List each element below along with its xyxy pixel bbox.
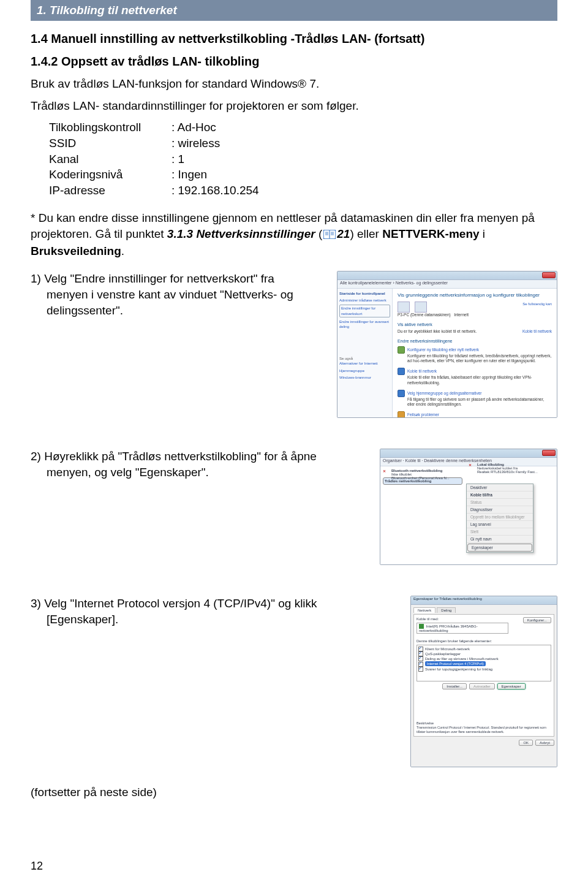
setting-label: IP-adresse (49, 183, 172, 199)
sidebar-link[interactable]: Endre innstillinger for avansert deling (339, 319, 390, 330)
component-item-tcpip4[interactable]: Internet Protocol versjon 4 (TCP/IPv4) (418, 661, 549, 666)
opt-link[interactable]: Feilsøk problemer (407, 412, 439, 417)
subsection-title-1: 1.4 Manuell innstilling av nettverkstilk… (31, 32, 557, 46)
component-item[interactable]: QoS-pakkeplanlegger (418, 651, 549, 656)
adapter-name: Trådløs nettverkstilkobling (385, 479, 431, 483)
internet-label: Internett (454, 313, 469, 317)
dialog-title: Egenskaper for Trådløs nettverkstilkobli… (411, 597, 482, 601)
opt-link[interactable]: Velg hjemmegruppe og delingsalternativer (407, 390, 481, 395)
ref-menu: NETTVERK-meny (382, 227, 479, 240)
screenshot-adapter-properties: Egenskaper for Trådløs nettverkstilkobli… (410, 596, 557, 767)
configure-button[interactable]: Konfigurer... (523, 617, 551, 623)
panel-title: Vis grunnleggende nettverksinformasjon o… (398, 292, 552, 299)
opt-link[interactable]: Koble til nettverk (407, 369, 437, 373)
note-text: ( (315, 227, 323, 240)
disabled-icon: ✕ (383, 469, 389, 475)
menu-item-shortcut[interactable]: Lag snarvei (467, 521, 533, 528)
setting-label: Kanal (49, 151, 172, 167)
opt-desc: Koble til eller fra trådløs, kabelbasert… (407, 375, 552, 386)
description-text: Transmission Control Protocol / Internet… (417, 726, 551, 734)
setting-value: : 192.168.10.254 (172, 183, 259, 199)
adapter-icon (419, 624, 424, 629)
properties-panel: Konfigurer... Koble til med: Intel(R) PR… (413, 614, 554, 737)
menu-item-status: Status (467, 499, 533, 506)
sidebar: Startside for kontrollpanel Administrer … (337, 289, 393, 417)
note-text: . (121, 245, 124, 257)
close-icon[interactable] (542, 450, 556, 456)
page-number: 12 (31, 860, 43, 873)
main-panel: Vis grunnleggende nettverksinformasjon o… (393, 289, 557, 417)
ref-section: 3.1.3 Nettverksinnstillinger (167, 227, 315, 240)
ref-guide: Bruksveiledning (31, 245, 121, 257)
sidebar-link[interactable]: Windows-brannmur (339, 375, 390, 380)
computer-icon (398, 302, 410, 313)
change-settings-header: Endre nettverksinnstillingene (398, 338, 552, 344)
step-2: 2) Høyreklikk på "Trådløs nettverkstilko… (31, 449, 557, 565)
checkbox-icon[interactable] (418, 667, 423, 672)
subsection-title-2: 1.4.2 Oppsett av trådløs LAN- tilkobling (31, 55, 557, 69)
screenshot-network-sharing-center: Alle kontrollpanelelementer › Nettverks-… (337, 271, 557, 418)
footnote: * Du kan endre disse innstillingene gjen… (31, 210, 557, 259)
setting-value: : wireless (172, 135, 220, 151)
sidebar-link[interactable]: Alternativer for Internett (339, 361, 390, 366)
continues-note: (fortsetter på neste side) (31, 786, 557, 799)
disabled-icon: ✕ (469, 463, 475, 469)
note-text: ) eller (350, 227, 382, 240)
setting-value: : Ingen (172, 167, 207, 183)
active-networks-text: Du er for øyeblikket ikke koblet til et … (398, 329, 477, 333)
menu-item-delete: Slett (467, 528, 533, 536)
sidebar-link[interactable]: Administrer trådløse nettverk (339, 298, 390, 303)
tab-sharing[interactable]: Deling (437, 607, 456, 613)
internet-icon (415, 302, 427, 313)
properties-button[interactable]: Egenskaper (497, 683, 526, 689)
component-item[interactable]: Deling av filer og skrivere i Microsoft-… (418, 656, 549, 661)
troubleshoot-icon (398, 411, 405, 418)
uses-items-label: Denne tilkoblingen bruker følgende eleme… (417, 639, 551, 643)
menu-item-bridge: Opprett bro mellom tilkoblinger (467, 514, 533, 521)
connect-link[interactable]: Koble til nettverk (522, 329, 552, 335)
step-1: 1) Velg "Endre innstillinger for nettver… (31, 271, 557, 418)
step-line: 3) Velg "Internet Protocol versjon 4 (TC… (31, 597, 317, 610)
tab-network[interactable]: Nettverk (413, 607, 435, 613)
adapter-item[interactable]: ✕ Lokal tilkoblingNettverkskabel koblet … (469, 463, 554, 474)
component-item[interactable]: Svarer for topologigjenkjenning for link… (418, 667, 549, 672)
step-line: menyen i venstre kant av vinduet "Nettve… (31, 287, 325, 318)
breadcrumb-bar: Alle kontrollpanelelementer › Nettverks-… (337, 280, 557, 289)
setting-label: Koderingsnivå (49, 167, 172, 183)
setting-label: Tilkoblingskontroll (49, 120, 172, 135)
link-full-map[interactable]: Se fullstendig kart (522, 302, 552, 306)
section-header: 1. Tilkobling til nettverket (31, 0, 557, 21)
step-3: 3) Velg "Internet Protocol versjon 4 (TC… (31, 596, 557, 767)
menu-item-disable[interactable]: Deaktiver (467, 484, 533, 491)
step-line: 1) Velg "Endre innstillinger for nettver… (31, 272, 274, 285)
setting-value: : Ad-Hoc (172, 120, 216, 135)
menu-item-diagnose[interactable]: Diagnostiser (467, 506, 533, 514)
context-menu: Deaktiver Koble til/fra Status Diagnosti… (466, 484, 533, 553)
sidebar-link[interactable]: Hjemmegruppe (339, 368, 390, 373)
sidebar-header: Startside for kontrollpanel (339, 291, 390, 296)
sidebar-see-also: Se også (339, 356, 390, 361)
cancel-button[interactable]: Avbryt (535, 740, 554, 746)
step-line: menyen, og velg "Egenskaper". (31, 465, 368, 480)
install-button[interactable]: Installer... (442, 683, 467, 689)
opt-link[interactable]: Konfigurer ny tilkobling eller nytt nett… (407, 347, 479, 351)
menu-item-connect[interactable]: Koble til/fra (467, 491, 533, 499)
intro-line-2: Trådløs LAN- standardinnstillinger for p… (31, 98, 557, 114)
opt-desc: Få tilgang til filer og skrivere som er … (407, 397, 552, 408)
component-item[interactable]: Klient for Microsoft-nettverk (418, 647, 549, 651)
close-icon[interactable] (542, 272, 556, 278)
step-2-text: 2) Høyreklikk på "Trådløs nettverkstilko… (31, 449, 368, 480)
window-titlebar (380, 449, 557, 458)
connect-icon (398, 368, 405, 375)
note-text: i (480, 227, 486, 240)
intro-line-1: Bruk av trådløs LAN-funksjon for standar… (31, 76, 557, 92)
menu-item-rename[interactable]: Gi nytt navn (467, 536, 533, 543)
menu-item-properties[interactable]: Egenskaper (467, 544, 532, 552)
window-titlebar (337, 271, 557, 280)
active-networks-header: Vis aktive nettverk (398, 322, 552, 327)
sidebar-link-change-adapter[interactable]: Endre innstillinger for nettverkskort (339, 305, 390, 317)
ref-page: 21 (337, 227, 350, 240)
adapter-name: Intel(R) PRO/trådløs 3945ABG-nettverksti… (419, 624, 478, 632)
screenshot-network-connections: Organiser · Koble til · Deaktivere denne… (380, 449, 557, 565)
ok-button[interactable]: OK (519, 740, 533, 746)
